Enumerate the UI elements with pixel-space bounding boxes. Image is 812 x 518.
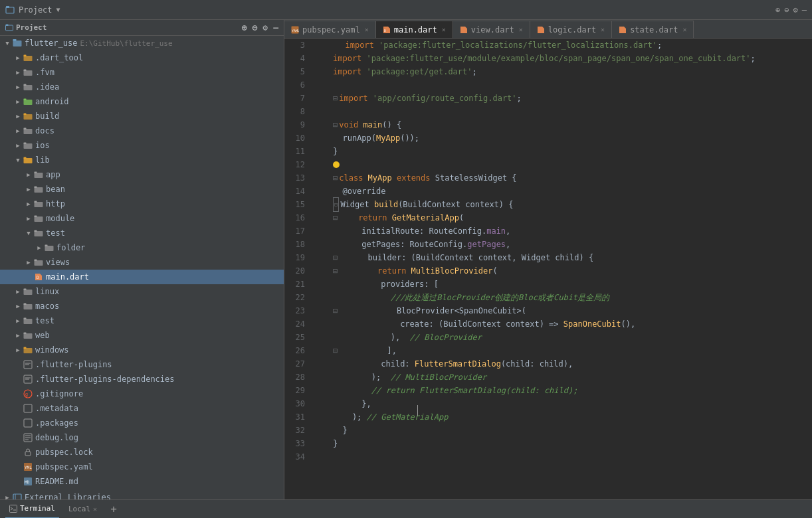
tab-close-icon[interactable]: ✕ xyxy=(365,26,369,33)
tree-item-web[interactable]: ▶ web xyxy=(0,328,284,343)
tree-item-linux[interactable]: ▶ linux xyxy=(0,284,284,299)
add-icon[interactable]: ⊕ xyxy=(775,5,780,15)
token-str: 'package:get/get.dart' xyxy=(367,65,472,78)
token-import: import xyxy=(339,92,373,105)
tree-item-dart_tool[interactable]: ▶ .dart_tool xyxy=(0,50,284,65)
token-text: ); xyxy=(333,371,391,384)
tree-item-packages[interactable]: ▶ .packages xyxy=(0,416,284,430)
tab-label: view.dart xyxy=(471,25,514,35)
svg-rect-25 xyxy=(35,186,37,188)
tree-item-views[interactable]: ▶ views xyxy=(0,255,284,270)
svg-rect-35 xyxy=(35,259,37,261)
tree-item-build[interactable]: ▶ build xyxy=(0,109,284,124)
tree-item-docs[interactable]: ▶ docs xyxy=(0,124,284,138)
tree-item-main-dart[interactable]: ▶ D main.dart xyxy=(0,270,284,284)
tree-label-folder: folder xyxy=(56,243,85,252)
token-text: ), xyxy=(333,331,410,344)
code-line-18: getPages: RouteConfig.getPages, xyxy=(333,238,812,251)
token-field: getPages xyxy=(467,238,506,251)
expand-arrow: ▶ xyxy=(13,97,23,106)
token-fluttersmartdialog: FlutterSmartDialog xyxy=(415,357,501,371)
svg-rect-13 xyxy=(24,98,27,100)
tree-item-gitignore[interactable]: ▶ g .gitignore xyxy=(0,387,284,401)
main-content: Project ⊕ ⊖ ⚙ — ▼ flutter_use E:\GitHub\… xyxy=(0,20,812,499)
sidebar-minimize-btn[interactable]: — xyxy=(273,23,278,33)
tab-close-icon[interactable]: ✕ xyxy=(682,26,686,33)
tree-item-pubspec-lock[interactable]: ▶ pubspec.lock xyxy=(0,445,284,460)
folder-icon xyxy=(44,242,54,253)
token-paren: () { xyxy=(382,118,401,131)
expand-arrow: ▶ xyxy=(3,493,12,499)
tree-item-android[interactable]: ▶ android xyxy=(0,94,284,109)
tree-item-app[interactable]: ▶ app xyxy=(0,167,284,182)
sidebar-title: Project xyxy=(16,23,47,32)
tab-logic[interactable]: logic.dart ✕ xyxy=(530,21,612,38)
settings-icon[interactable]: ⚙ xyxy=(793,5,798,15)
tree-item-ios[interactable]: ▶ ios xyxy=(0,138,284,153)
token-text: } xyxy=(333,424,348,437)
tree-item-external-libraries[interactable]: ▶ External Libraries xyxy=(0,490,284,499)
tree-item-idea[interactable]: ▶ .idea xyxy=(0,80,284,94)
fold-indicator: ⊟ xyxy=(333,264,338,278)
tab-pubspec[interactable]: YAML pubspec.yaml ✕ xyxy=(284,21,376,38)
token-myapp: MyApp xyxy=(376,131,400,145)
tab-view[interactable]: view.dart ✕ xyxy=(453,21,530,38)
tree-item-metadata[interactable]: ▶ .metadata xyxy=(0,401,284,416)
svg-rect-42 xyxy=(24,319,33,324)
tree-item-flutter-plugins[interactable]: ▶ .flutter-plugins xyxy=(0,357,284,372)
tree-label-build: build xyxy=(35,112,59,121)
tree-label-pubspec-lock: pubspec.lock xyxy=(35,448,93,457)
tree-item-folder[interactable]: ▶ folder xyxy=(0,240,284,255)
tab-state[interactable]: state.dart ✕ xyxy=(612,21,694,38)
fold-indicator-15[interactable]: ⊟ xyxy=(333,197,339,212)
tree-item-pubspec-yaml[interactable]: ▶ YML pubspec.yaml xyxy=(0,460,284,474)
token-text: child: xyxy=(333,357,415,371)
svg-rect-39 xyxy=(24,288,27,290)
tree-label-main-dart: main.dart xyxy=(46,272,89,282)
token-type: StatelessWidget xyxy=(435,171,512,185)
tree-item-test-outer[interactable]: ▶ test xyxy=(0,313,284,328)
tree-item-macos[interactable]: ▶ macos xyxy=(0,299,284,313)
code-line-10: runApp(MyApp()); xyxy=(333,131,812,145)
tab-close-icon[interactable]: ✕ xyxy=(601,26,605,33)
tree-item-test-inner[interactable]: ▼ test xyxy=(0,226,284,240)
svg-text:YAML: YAML xyxy=(292,29,299,33)
tree-item-debug-log[interactable]: ▶ debug.log xyxy=(0,430,284,445)
code-line-24: create: (BuildContext context) => SpanOn… xyxy=(333,317,812,331)
tree-item-http[interactable]: ▶ http xyxy=(0,197,284,211)
tree-item-module[interactable]: ▶ module xyxy=(0,211,284,226)
fold-indicator: ⊟ xyxy=(333,251,338,264)
tree-item-readme[interactable]: ▶ MD README.md xyxy=(0,474,284,489)
tab-close-icon[interactable]: ✕ xyxy=(519,26,523,33)
sidebar-collapse-btn[interactable]: ⊖ xyxy=(253,23,258,33)
tree-item-windows[interactable]: ▶ windows xyxy=(0,343,284,357)
tree-item-bean[interactable]: ▶ bean xyxy=(0,182,284,197)
tree-item-lib[interactable]: ▼ lib xyxy=(0,153,284,167)
sidebar-header: Project ⊕ ⊖ ⚙ — xyxy=(0,20,284,36)
line-num-3: 3 xyxy=(284,39,309,52)
title-bar-project-label[interactable]: Project xyxy=(19,5,52,15)
add-tab-btn[interactable]: + xyxy=(106,500,121,519)
sidebar-settings-btn[interactable]: ⚙ xyxy=(262,23,268,33)
svg-rect-19 xyxy=(24,142,27,144)
tab-close-icon[interactable]: ✕ xyxy=(442,26,446,33)
tab-main[interactable]: D main.dart ✕ xyxy=(376,21,453,38)
tree-item-flutter_use[interactable]: ▼ flutter_use E:\GitHub\flutter_use xyxy=(0,36,284,50)
svg-rect-31 xyxy=(35,230,37,232)
sidebar-add-btn[interactable]: ⊕ xyxy=(242,23,247,33)
minimize-icon[interactable]: — xyxy=(802,5,807,15)
title-bar-dropdown-icon[interactable]: ▼ xyxy=(56,6,60,13)
split-icon[interactable]: ⊖ xyxy=(784,5,789,15)
line-num-11: 11 xyxy=(284,145,309,158)
token-comma: , xyxy=(506,224,510,238)
tree-item-fvm[interactable]: ▶ .fvm xyxy=(0,65,284,80)
tab-close-btn[interactable]: ✕ xyxy=(93,505,97,513)
code-area[interactable]: import 'package:flutter_localizations/fl… xyxy=(314,39,812,499)
folder-icon xyxy=(23,286,33,297)
terminal-tab[interactable]: Terminal xyxy=(5,500,59,519)
svg-marker-78 xyxy=(619,27,626,33)
local-tab[interactable]: Local ✕ xyxy=(64,500,101,519)
tree-label-views: views xyxy=(46,258,70,267)
expand-arrow: ▶ xyxy=(13,331,23,340)
tree-item-flutter-plugins-dep[interactable]: ▶ .flutter-plugins-dependencies xyxy=(0,372,284,387)
